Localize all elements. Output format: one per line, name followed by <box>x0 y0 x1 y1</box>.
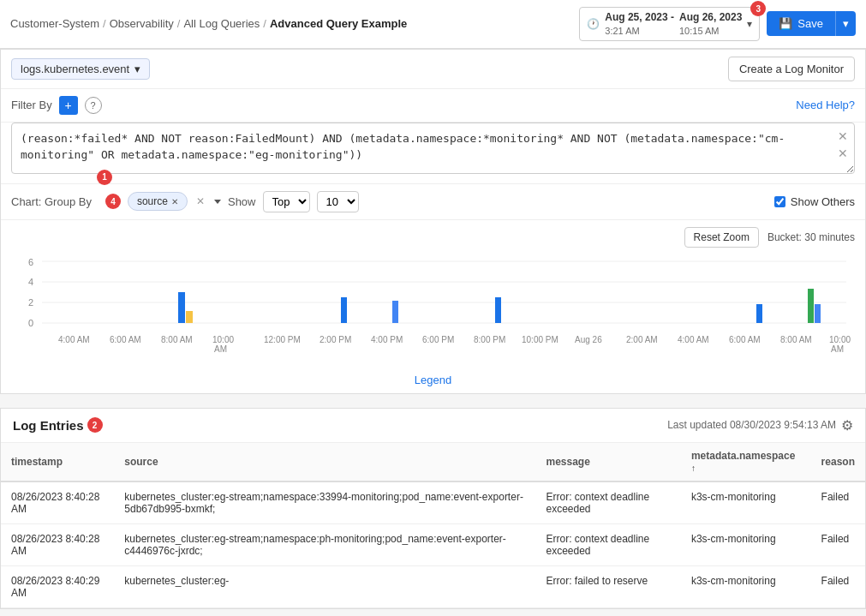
breadcrumb-sep2: / <box>177 17 181 30</box>
save-icon: 💾 <box>779 17 792 30</box>
collapse-query-button[interactable]: ✕ <box>838 147 848 160</box>
group-by-tag-label: source <box>137 195 168 207</box>
svg-text:AM: AM <box>831 344 844 354</box>
col-namespace[interactable]: metadata.namespace ↑ <box>681 443 811 481</box>
svg-text:4:00 AM: 4:00 AM <box>58 335 90 344</box>
datasource-dropdown-icon: ▾ <box>134 63 140 75</box>
show-type-select[interactable]: Top <box>263 191 310 212</box>
header-right: 🕐 Aug 25, 2023 - 3:21 AM Aug 26, 2023 10… <box>579 7 856 41</box>
date-from-col: Aug 25, 2023 - 3:21 AM <box>605 11 674 37</box>
show-others-wrap: Show Others <box>774 195 855 208</box>
group-by-dropdown-icon[interactable] <box>214 200 221 204</box>
show-others-checkbox[interactable] <box>774 196 785 207</box>
svg-rect-12 <box>495 297 501 323</box>
svg-rect-8 <box>178 292 185 323</box>
col-message: message <box>535 443 680 481</box>
legend-link[interactable]: Legend <box>11 367 855 393</box>
clock-icon: 🕐 <box>587 18 600 30</box>
svg-text:6: 6 <box>28 257 33 267</box>
breadcrumb-sep3: / <box>263 17 266 30</box>
filter-left: Filter By + ? <box>11 96 102 115</box>
svg-text:AM: AM <box>214 344 227 354</box>
query-icons: ✕ ✕ <box>838 129 848 160</box>
chart-group-by-label: Chart: Group By <box>11 195 92 208</box>
save-main-area: 💾 Save <box>767 11 835 36</box>
clear-group-by-icon[interactable]: ✕ <box>196 195 205 207</box>
cell-source: kubernetes_cluster:eg-stream;namespace:3… <box>114 481 535 524</box>
svg-text:6:00 PM: 6:00 PM <box>422 335 454 344</box>
log-table-scroll[interactable]: timestamp source message metadata.namesp… <box>1 443 865 608</box>
help-button[interactable]: ? <box>85 97 102 114</box>
svg-rect-10 <box>341 297 347 323</box>
settings-icon[interactable]: ⚙ <box>841 417 853 434</box>
query-input[interactable] <box>11 123 855 174</box>
cell-source: kubernetes_cluster:eg-stream;namespace:p… <box>114 523 535 565</box>
circle-3-badge: 3 <box>750 1 766 16</box>
breadcrumb-sep1: / <box>103 17 106 30</box>
log-table: timestamp source message metadata.namesp… <box>1 443 865 608</box>
reset-zoom-button[interactable]: Reset Zoom <box>684 227 759 248</box>
time-from: 3:21 AM <box>605 25 674 37</box>
cell-namespace: k3s-cm-monitoring <box>681 523 811 565</box>
save-dropdown-arrow[interactable]: ▾ <box>835 11 856 36</box>
svg-text:8:00 AM: 8:00 AM <box>161 335 193 344</box>
table-row: 08/26/2023 8:40:28 AM kubernetes_cluster… <box>1 523 865 565</box>
svg-rect-15 <box>815 304 821 323</box>
cell-message: Error: context deadline exceeded <box>535 523 680 565</box>
date-to-col: Aug 26, 2023 10:15 AM <box>679 11 742 37</box>
svg-text:10:00: 10:00 <box>212 335 234 344</box>
sort-icon: ↑ <box>691 463 696 473</box>
svg-text:6:00 AM: 6:00 AM <box>729 335 761 344</box>
breadcrumb-part2[interactable]: Observability <box>110 17 174 30</box>
datasource-bar: logs.kubernetes.event ▾ Create a Log Mon… <box>1 50 865 89</box>
remove-group-by-tag[interactable]: ✕ <box>171 197 178 206</box>
group-by-tag: source ✕ <box>128 192 188 211</box>
log-header-bar: Log Entries 2 Last updated 08/30/2023 9:… <box>1 409 865 443</box>
table-row: 08/26/2023 8:40:28 AM kubernetes_cluster… <box>1 481 865 524</box>
add-filter-button[interactable]: + <box>59 96 78 115</box>
breadcrumb: Customer-System / Observability / All Lo… <box>10 17 407 30</box>
clear-query-button[interactable]: ✕ <box>838 129 848 143</box>
svg-text:8:00 AM: 8:00 AM <box>780 335 812 344</box>
header: Customer-System / Observability / All Lo… <box>0 0 866 49</box>
svg-rect-13 <box>756 304 762 323</box>
breadcrumb-part1[interactable]: Customer-System <box>10 17 99 30</box>
breadcrumb-title: Advanced Query Example <box>270 17 407 30</box>
breadcrumb-part3[interactable]: All Log Queries <box>183 17 260 30</box>
query-container: ✕ ✕ 1 <box>11 123 855 176</box>
col-source: source <box>114 443 535 481</box>
chart-svg: 6 4 2 0 <box>11 253 855 367</box>
table-row: 08/26/2023 8:40:29 AM kubernetes_cluster… <box>1 565 865 607</box>
cell-timestamp: 08/26/2023 8:40:29 AM <box>1 565 114 607</box>
time-to: 10:15 AM <box>679 25 742 37</box>
show-number-select[interactable]: 10 <box>317 191 359 212</box>
cell-source: kubernetes_cluster:eg- <box>114 565 535 607</box>
chart-top-right: Reset Zoom Bucket: 30 minutes <box>684 227 855 248</box>
datasource-name: logs.kubernetes.event <box>21 63 129 75</box>
circle-1-badge: 1 <box>97 170 112 185</box>
svg-text:2: 2 <box>28 297 33 308</box>
svg-text:4: 4 <box>28 277 33 287</box>
svg-text:4:00 PM: 4:00 PM <box>371 335 403 344</box>
log-entries-title: Log Entries <box>13 418 84 433</box>
svg-text:6:00 AM: 6:00 AM <box>110 335 141 344</box>
cell-message: Error: failed to reserve <box>535 565 680 607</box>
cell-timestamp: 08/26/2023 8:40:28 AM <box>1 523 114 565</box>
svg-rect-9 <box>186 311 193 323</box>
cell-timestamp: 08/26/2023 8:40:28 AM <box>1 481 114 524</box>
datasource-selector[interactable]: logs.kubernetes.event ▾ <box>11 58 150 80</box>
need-help-link[interactable]: Need Help? <box>796 99 855 111</box>
chart-controls: Chart: Group By 4 source ✕ ✕ Show Top 10… <box>1 183 865 219</box>
svg-text:0: 0 <box>28 318 33 328</box>
date-to: Aug 26, 2023 <box>679 11 742 25</box>
cell-namespace: k3s-cm-monitoring <box>681 481 811 524</box>
circle-4-badge: 4 <box>105 194 121 209</box>
svg-text:8:00 PM: 8:00 PM <box>474 335 505 344</box>
svg-text:10:00: 10:00 <box>829 335 851 344</box>
create-monitor-button[interactable]: Create a Log Monitor <box>728 57 855 81</box>
svg-text:2:00 PM: 2:00 PM <box>320 335 351 344</box>
cell-reason: Failed <box>811 523 865 565</box>
save-button[interactable]: 💾 Save ▾ <box>767 11 856 36</box>
svg-text:4:00 AM: 4:00 AM <box>678 335 709 344</box>
date-range-picker[interactable]: 🕐 Aug 25, 2023 - 3:21 AM Aug 26, 2023 10… <box>579 7 760 41</box>
